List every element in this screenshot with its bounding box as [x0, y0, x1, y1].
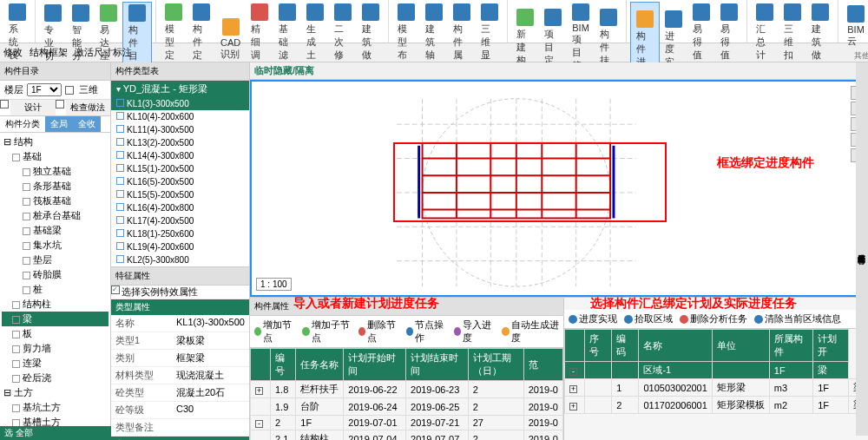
comp-item[interactable]: KL19(4)-200x600: [111, 240, 249, 253]
right-side: 临时隐藏/隔离 框选绑定进度构件 1 : 100: [250, 62, 868, 440]
tree-桩承台基础[interactable]: 桩承台基础: [2, 208, 108, 223]
schedule-tasks-panel: 构件属性 导入或者新建计划进度任务 增加节点增加子节点删除节点节点操作导入进度自…: [250, 298, 564, 440]
tree-基坑土方[interactable]: 基坑土方: [2, 400, 108, 415]
tree-砖胎膜[interactable]: 砖胎膜: [2, 267, 108, 282]
tree-垫层[interactable]: 垫层: [2, 253, 108, 267]
comp-item[interactable]: KL18(1)-250x600: [111, 227, 249, 240]
table-row[interactable]: +1.8栏杆扶手2019-06-222019-06-2322019-0: [251, 381, 563, 398]
tree-连梁[interactable]: 连梁: [2, 356, 108, 371]
tree-条形基础[interactable]: 条形基础: [2, 179, 108, 194]
annotation-import: 导入或者新建计划进度任务: [293, 296, 439, 312]
tree-梁[interactable]: 梁: [2, 312, 108, 326]
table-row[interactable]: +2011702006001矩形梁模板m21F梁: [565, 397, 868, 414]
comp-item[interactable]: KL10(4)-200x600: [111, 110, 249, 123]
tree-桩[interactable]: 桩: [2, 282, 108, 297]
comp-item[interactable]: KL16(5)-200x500: [111, 175, 249, 188]
ribbon-BIM云[interactable]: BIM云: [842, 2, 868, 50]
tab-check[interactable]: 检查做法: [66, 100, 111, 115]
filter-category[interactable]: 构件分类: [0, 116, 45, 132]
component-list-panel: 构件类型表 ▾ YD_混凝土 - 矩形梁 KL1(3)-300x500KL10(…: [111, 62, 250, 440]
comp-item[interactable]: KL15(1)-200x500: [111, 162, 249, 175]
tree-结构柱[interactable]: 结构柱: [2, 297, 108, 312]
floor-select[interactable]: 1F: [27, 83, 62, 96]
ribbon-icon: [756, 3, 773, 21]
table-row[interactable]: -区域-11F梁: [565, 362, 868, 379]
schedule-table[interactable]: 编号任务名称计划开始时间计划结束时间计划工期（日）范+1.8栏杆扶手2019-0…: [250, 348, 563, 440]
prop-row[interactable]: 砼类型混凝土20石: [111, 384, 249, 402]
table-row[interactable]: -21F2019-07-012019-07-21272019-0: [251, 416, 563, 430]
comp-item[interactable]: KL17(4)-200x500: [111, 214, 249, 227]
toolbtn-自动生成进度[interactable]: 自动生成进度: [502, 319, 559, 345]
comp-item[interactable]: KL16(4)-200x800: [111, 201, 249, 214]
tree-砼后浇[interactable]: 砼后浇: [2, 371, 108, 385]
main-layout: 构件目录 楼层 1F 三维 设计 检查做法 构件分类 全局 全收 ⊟ 结构基础独…: [0, 62, 868, 440]
ribbon-icon: [306, 3, 324, 21]
floor-label: 楼层: [4, 83, 23, 96]
prop-row[interactable]: 材料类型现浇混凝土: [111, 367, 249, 384]
comp-group[interactable]: ▾ YD_混凝土 - 矩形梁: [111, 81, 249, 97]
ribbon-icon: [453, 3, 470, 21]
view-checkbox[interactable]: [65, 86, 74, 95]
tree-板[interactable]: 板: [2, 326, 108, 341]
table-row[interactable]: 2.1结构柱2019-07-042019-07-0722019-0: [251, 430, 563, 441]
subbar-激活尺寸标注[interactable]: 激活尺寸标注: [75, 46, 132, 59]
ribbon-icon: [784, 3, 801, 21]
toolbtn-增加子节点[interactable]: 增加子节点: [302, 319, 351, 345]
toolbtn-进度实现[interactable]: 进度实现: [569, 312, 617, 325]
comp-item[interactable]: KL15(5)-200x500: [111, 188, 249, 201]
ribbon-icon: [251, 3, 268, 21]
props-check[interactable]: [111, 286, 120, 294]
toolbtn-删除分析任务[interactable]: 删除分析任务: [680, 312, 747, 325]
ribbon-icon: [600, 9, 617, 26]
check-method[interactable]: [56, 100, 64, 108]
toolbtn-节点操作[interactable]: 节点操作: [406, 319, 447, 345]
properties-panel: 特征属性 选择实例特效属性 类型属性名称KL1(3)-300x500类型1梁板梁…: [111, 266, 249, 440]
ribbon-icon: [398, 3, 415, 21]
comp-item[interactable]: KL1(3)-300x500: [111, 97, 249, 110]
tree-筏板基础[interactable]: 筏板基础: [2, 194, 108, 208]
right-collapsed-sidebar[interactable]: 进度选座任务汇总信息 甘特图: [856, 62, 868, 436]
ribbon-icon: [720, 3, 738, 21]
prop-row[interactable]: 类型备注: [111, 419, 249, 437]
ribbon-icon: [544, 9, 562, 26]
table-row[interactable]: 1.9台阶2019-06-242019-06-2522019-0: [251, 398, 563, 416]
comp-item[interactable]: KL11(4)-300x500: [111, 123, 249, 136]
tab-design[interactable]: 设计: [10, 100, 56, 115]
comp-item[interactable]: KL13(2)-200x500: [111, 136, 249, 149]
toolbtn-清除当前区域信息[interactable]: 清除当前区域信息: [754, 312, 841, 325]
comp-item[interactable]: KL14(4)-300x800: [111, 149, 249, 162]
schedule-table-wrap[interactable]: 编号任务名称计划开始时间计划结束时间计划工期（日）范+1.8栏杆扶手2019-0…: [250, 348, 563, 440]
scale-indicator[interactable]: 1 : 100: [256, 278, 292, 291]
subbar-修改[interactable]: 修改: [3, 46, 23, 59]
toolbtn-增加节点[interactable]: 增加节点: [254, 319, 295, 345]
toolbtn-删除节点[interactable]: 删除节点: [358, 319, 399, 345]
filter-global[interactable]: 全局: [45, 116, 73, 132]
tree-结构[interactable]: ⊟ 结构: [2, 135, 108, 149]
prop-row[interactable]: 砼等级C30: [111, 402, 249, 419]
design-check[interactable]: [0, 100, 9, 108]
tree-剪力墙[interactable]: 剪力墙: [2, 341, 108, 356]
comp-item[interactable]: KL2(5)-300x800: [111, 253, 249, 266]
prop-row[interactable]: 类别框架梁: [111, 350, 249, 367]
viewport-tab[interactable]: 临时隐藏/隔离: [254, 64, 314, 77]
ribbon-icon: [279, 3, 296, 21]
prop-row[interactable]: 类型1梁板梁: [111, 332, 249, 350]
plan-viewport[interactable]: 框选绑定进度构件 1 : 100: [250, 80, 868, 297]
prop-row[interactable]: 名称KL1(3)-300x500: [111, 315, 249, 332]
tree-tabs: 设计 检查做法: [0, 100, 110, 116]
component-tree[interactable]: ⊟ 结构基础独立基础条形基础筏板基础桩承台基础基础梁集水坑垫层砖胎膜桩结构柱梁板…: [0, 133, 110, 440]
tree-基础[interactable]: 基础: [2, 149, 108, 164]
tree-土方[interactable]: ⊟ 土方: [2, 385, 108, 400]
toolbtn-拾取区域[interactable]: 拾取区域: [624, 312, 673, 325]
summary-table[interactable]: 序号编码名称单位所属构件计划开-区域-11F梁+1010503002001矩形梁…: [564, 329, 868, 414]
filter-collapse[interactable]: 全收: [73, 116, 101, 132]
component-list[interactable]: KL1(3)-300x500KL10(4)-200x600KL11(4)-300…: [111, 97, 249, 266]
tree-独立基础[interactable]: 独立基础: [2, 164, 108, 179]
subbar-结构框架[interactable]: 结构框架: [30, 46, 68, 59]
tree-基础梁[interactable]: 基础梁: [2, 223, 108, 238]
summary-table-wrap[interactable]: 序号编码名称单位所属构件计划开-区域-11F梁+1010503002001矩形梁…: [564, 329, 868, 440]
floor-selector-row: 楼层 1F 三维: [0, 81, 110, 100]
tree-集水坑[interactable]: 集水坑: [2, 238, 108, 253]
toolbtn-导入进度[interactable]: 导入进度: [454, 319, 495, 345]
table-row[interactable]: +1010503002001矩形梁m31F梁: [565, 379, 868, 397]
